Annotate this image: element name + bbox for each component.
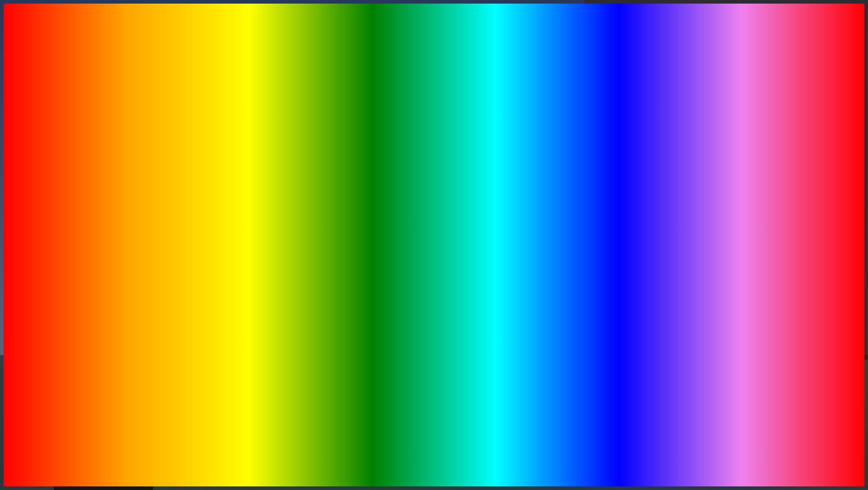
svg-rect-5 — [36, 335, 61, 393]
inactive-icon — [281, 196, 287, 202]
main-section-4[interactable]: Auto Farm BF Mastery — [408, 253, 573, 266]
svg-rect-28 — [801, 443, 806, 447]
inactive-icon — [281, 209, 287, 214]
inactive-icon — [348, 216, 353, 222]
w1-sidebar-item-general[interactable]: General — [277, 155, 335, 167]
svg-rect-12 — [67, 243, 139, 270]
sidebar-label: Setting — [289, 170, 306, 177]
toggle-1[interactable] — [564, 212, 573, 220]
svg-rect-6 — [146, 335, 171, 393]
title-blox: BLOX — [27, 8, 230, 91]
w2-sidebar-item-general[interactable]: General — [343, 200, 401, 212]
sidebar-label: General — [289, 158, 309, 164]
svg-rect-4 — [106, 342, 137, 378]
window2-main: Main FarmClick to Box to Farm, I ready u… — [402, 183, 579, 290]
inactive-icon — [348, 241, 353, 247]
section-title-1: Auto Farm — [408, 213, 437, 219]
w1-sidebar-item-stats[interactable]: Stats — [277, 192, 335, 205]
svg-rect-17 — [79, 290, 94, 299]
svg-marker-14 — [101, 229, 112, 241]
sidebar-label: Setting — [356, 215, 372, 222]
section-sub-0: Click to Box to Farm, I ready update new… — [408, 198, 512, 203]
inactive-icon — [281, 183, 287, 189]
w2-sidebar-item-welcome[interactable]: Welcome — [343, 187, 401, 200]
w1-sidebar-item-esp[interactable]: ESP — [277, 205, 335, 218]
window2-close[interactable]: ✕ — [565, 171, 574, 180]
svg-rect-7 — [34, 393, 58, 416]
main-section-1[interactable]: Auto Farm — [408, 210, 573, 223]
sidebar-label: Welcome — [289, 145, 312, 151]
inactive-icon — [281, 158, 287, 164]
svg-marker-15 — [126, 232, 139, 245]
section-sub-3: Click To Box to Start Farm Mastery — [408, 241, 477, 246]
w1-sidebar-item-raid[interactable]: Raid — [277, 218, 335, 230]
window2: Specialized — ✕ WelcomeGeneralSettingIte… — [342, 167, 580, 293]
w1-sidebar-item-local-players[interactable]: Local Players — [277, 230, 335, 243]
svg-rect-3 — [70, 342, 101, 378]
svg-rect-29 — [807, 443, 812, 447]
window1-main-label: Wait For Dungeon — [341, 145, 501, 152]
w2-sidebar-item-raid[interactable]: Raid — [343, 263, 401, 275]
section-title-0: Main Farm — [408, 190, 512, 197]
toggle-5[interactable] — [564, 268, 573, 276]
sidebar-label: Stats — [356, 241, 368, 247]
main-section-0: Main FarmClick to Box to Farm, I ready u… — [408, 188, 573, 210]
window1-minimize[interactable]: — — [481, 126, 490, 135]
sidebar-label: Stats — [289, 196, 301, 202]
bottom-script: SCRIPT — [261, 428, 418, 477]
svg-rect-30 — [813, 443, 819, 447]
sidebar-label: Raid — [289, 221, 301, 227]
w2-sidebar-item-local-players[interactable]: Local Players — [343, 275, 401, 288]
main-section-3: Mastery MenuClick To Box to Start Farm M… — [408, 231, 573, 253]
main-section-5[interactable]: Auto Farm Gun Mastery — [408, 266, 573, 279]
section-title-3: Mastery Menu — [408, 233, 477, 240]
window2-controls: — ✕ — [553, 171, 574, 180]
inactive-icon — [348, 254, 353, 259]
svg-text:FRUITS: FRUITS — [798, 466, 821, 472]
w1-sidebar-item-setting[interactable]: Setting — [277, 167, 335, 180]
toggle-4[interactable] — [564, 255, 573, 263]
sidebar-label: Sky — [295, 248, 304, 254]
window2-title: Specialized — [348, 172, 385, 180]
w2-sidebar-item-sky[interactable]: 🎅Sky — [343, 288, 401, 293]
sidebar-label: Item & Quest — [289, 183, 321, 189]
w1-sidebar-item-welcome[interactable]: Welcome — [277, 142, 335, 155]
blox-fruits-logo: BLOX FRUITS — [760, 400, 859, 481]
mastery-divider: Mastery Menu — [408, 223, 573, 231]
window1-title: Specialized — [281, 127, 318, 135]
active-icon — [281, 221, 287, 227]
window2-titlebar: Specialized — ✕ — [343, 169, 579, 183]
sidebar-label: Sky — [362, 293, 371, 293]
svg-rect-25 — [792, 425, 827, 433]
w2-sidebar-item-esp[interactable]: ESP — [343, 250, 401, 263]
sidebar-label: ESP — [289, 208, 300, 214]
svg-point-27 — [824, 427, 829, 431]
window1-sidebar: WelcomeGeneralSettingItem & QuestStatsES… — [277, 138, 335, 259]
inactive-icon — [281, 234, 287, 240]
window1-titlebar: Specialized — ✕ — [277, 124, 507, 138]
w2-sidebar-item-stats[interactable]: Stats — [343, 237, 401, 250]
window1-main-sub: Island : Not Raid — [341, 155, 501, 161]
window2-minimize[interactable]: — — [553, 171, 562, 180]
svg-text:BLOX: BLOX — [801, 458, 819, 464]
window1-controls: — ✕ — [481, 126, 502, 135]
sky-icon: 🎅 — [349, 291, 358, 293]
w2-sidebar-item-item-&-quest[interactable]: Item & Quest — [343, 225, 401, 237]
sidebar-label: Local Players — [289, 233, 322, 240]
bottom-number: 20 — [207, 428, 255, 477]
svg-point-26 — [790, 427, 795, 431]
window2-sidebar: WelcomeGeneralSettingItem & QuestStatsES… — [343, 183, 402, 290]
w2-sidebar-item-setting[interactable]: Setting — [343, 212, 401, 225]
active-icon — [348, 203, 353, 209]
bottom-pastebin: PASTEBIN — [425, 428, 638, 477]
svg-marker-13 — [67, 232, 81, 245]
window1-close[interactable]: ✕ — [493, 126, 502, 135]
w1-sidebar-item-sky[interactable]: 🎅Sky — [277, 243, 335, 259]
sidebar-label: Local Players — [356, 278, 388, 285]
inactive-icon — [281, 171, 287, 177]
sidebar-label: Welcome — [356, 190, 378, 196]
w1-sidebar-item-item-&-quest[interactable]: Item & Quest — [277, 180, 335, 192]
sidebar-label: Item & Quest — [356, 228, 387, 234]
title-fruits: FRUITS — [261, 8, 526, 91]
section-title-5: Auto Farm Gun Mastery — [408, 269, 474, 276]
